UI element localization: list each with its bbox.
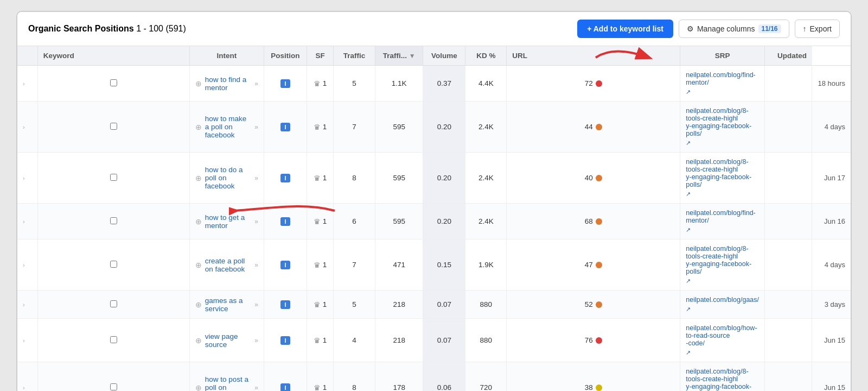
crown-icon: ♛ xyxy=(314,174,321,182)
add-to-keyword-list-button[interactable]: + Add to keyword list xyxy=(577,20,673,38)
th-sf: SF xyxy=(307,46,333,66)
kd-dot xyxy=(596,301,602,308)
row-checkbox[interactable] xyxy=(110,174,117,181)
expand-arrow[interactable]: › xyxy=(17,239,37,291)
kd-cell: 47 xyxy=(507,239,680,291)
external-link-icon[interactable]: ↗ xyxy=(686,140,691,147)
keyword-link[interactable]: games as a service xyxy=(205,297,252,313)
keyword-arrows: » xyxy=(254,301,258,308)
external-link-icon[interactable]: ↗ xyxy=(686,278,691,285)
url-link[interactable]: neilpatel.com/blog/8-tools-create-highly… xyxy=(686,368,759,391)
position-cell: ♛ 1 xyxy=(307,319,333,362)
crown-icon: ♛ xyxy=(314,261,321,269)
url-link[interactable]: neilpatel.com/blog/8-tools-create-highly… xyxy=(686,245,759,275)
srp-cell xyxy=(765,239,812,291)
url-link[interactable]: neilpatel.com/blog/how-to-read-source-co… xyxy=(686,324,759,347)
url-link[interactable]: neilpatel.com/blog/8-tools-create-highly… xyxy=(686,107,759,137)
export-button[interactable]: ↑ Export xyxy=(795,20,840,38)
url-link[interactable]: neilpatel.com/blog/find-mentor/ xyxy=(686,209,759,224)
expand-arrow[interactable]: › xyxy=(17,153,37,204)
volume-cell: 1.9K xyxy=(465,239,507,291)
row-checkbox[interactable] xyxy=(110,79,117,86)
kd-dot xyxy=(596,384,602,391)
filter-icon[interactable]: ▼ xyxy=(409,52,416,60)
srp-cell xyxy=(765,362,812,392)
keyword-link[interactable]: create a poll on facebook xyxy=(205,257,252,273)
expand-arrow[interactable]: › xyxy=(17,66,37,102)
url-link[interactable]: neilpatel.com/blog/find-mentor/ xyxy=(686,71,759,86)
row-checkbox-cell xyxy=(37,319,189,362)
keyword-arrows: » xyxy=(254,123,258,131)
row-checkbox[interactable] xyxy=(110,123,117,130)
th-updated: Updated xyxy=(765,46,812,66)
srp-cell xyxy=(765,66,812,102)
intent-badge: I xyxy=(280,300,290,309)
title-text: Organic Search Positions xyxy=(28,24,134,33)
url-link[interactable]: neilpatel.com/blog/8-tools-create-highly… xyxy=(686,158,759,188)
position-cell: ♛ 1 xyxy=(307,66,333,102)
intent-cell: I xyxy=(264,204,307,239)
expand-arrow[interactable]: › xyxy=(17,319,37,362)
keyword-link[interactable]: how to post a poll on facebook xyxy=(205,375,252,391)
intent-badge: I xyxy=(280,123,290,131)
updated-cell: 4 days xyxy=(812,239,851,291)
crown-icon: ♛ xyxy=(314,383,321,392)
keyword-plus-icon: ⊕ xyxy=(195,300,202,309)
keyword-link[interactable]: how to do a poll on facebook xyxy=(205,166,252,190)
traffic-cell: 595 xyxy=(375,102,423,153)
srp-cell xyxy=(765,291,812,319)
traffic-cell: 178 xyxy=(375,362,423,392)
external-link-icon[interactable]: ↗ xyxy=(686,89,691,96)
intent-cell: I xyxy=(264,66,307,102)
kd-cell: 72 xyxy=(507,66,680,102)
keyword-cell: ⊕ how to do a poll on facebook » xyxy=(189,153,264,204)
row-checkbox-cell xyxy=(37,204,189,239)
keyword-plus-icon: ⊕ xyxy=(195,217,202,226)
row-checkbox[interactable] xyxy=(110,217,117,224)
intent-badge: I xyxy=(280,174,290,182)
keyword-plus-icon: ⊕ xyxy=(195,336,202,345)
row-checkbox[interactable] xyxy=(110,300,117,307)
intent-cell: I xyxy=(264,291,307,319)
row-checkbox[interactable] xyxy=(110,383,117,390)
external-link-icon[interactable]: ↗ xyxy=(686,306,691,313)
sf-cell: 6 xyxy=(334,204,375,239)
row-checkbox[interactable] xyxy=(110,336,117,343)
external-link-icon[interactable]: ↗ xyxy=(686,191,691,198)
keyword-link[interactable]: how to make a poll on facebook xyxy=(205,115,252,139)
expand-arrow[interactable]: › xyxy=(17,362,37,392)
crown-icon: ♛ xyxy=(314,300,321,309)
srp-cell xyxy=(765,319,812,362)
traffic-cell: 595 xyxy=(375,153,423,204)
keyword-plus-icon: ⊕ xyxy=(195,261,202,269)
expand-arrow[interactable]: › xyxy=(17,102,37,153)
kd-dot xyxy=(596,262,602,268)
external-link-icon[interactable]: ↗ xyxy=(686,226,691,234)
url-cell: neilpatel.com/blog/find-mentor/ ↗ xyxy=(680,66,765,102)
intent-badge: I xyxy=(280,336,290,345)
keyword-link[interactable]: how to get a mentor xyxy=(205,213,252,230)
traffic-pct-cell: 0.15 xyxy=(423,239,465,291)
expand-arrow[interactable]: › xyxy=(17,204,37,239)
title-range: 1 - 100 (591) xyxy=(136,24,186,33)
row-checkbox[interactable] xyxy=(110,261,117,268)
updated-cell: Jun 15 xyxy=(812,319,851,362)
traffic-cell: 595 xyxy=(375,204,423,239)
th-url: URL xyxy=(507,46,680,66)
table-row: › ⊕ how to post a poll on facebook » I ♛… xyxy=(17,362,851,392)
keyword-link[interactable]: view page source xyxy=(205,332,252,349)
expand-arrow[interactable]: › xyxy=(17,291,37,319)
page-header: Organic Search Positions 1 - 100 (591) +… xyxy=(17,12,851,46)
external-link-icon[interactable]: ↗ xyxy=(686,349,691,356)
keyword-link[interactable]: how to find a mentor xyxy=(205,75,252,92)
keyword-plus-icon: ⊕ xyxy=(195,79,202,88)
table-row: › ⊕ how to find a mentor » I ♛ 1 5 1.1K … xyxy=(17,66,851,102)
manage-columns-button[interactable]: ⚙ Manage columns 11/16 xyxy=(679,20,789,38)
data-table: Keyword Intent Position SF Traffic Traff… xyxy=(17,46,851,391)
url-link[interactable]: neilpatel.com/blog/gaas/ xyxy=(686,296,759,304)
volume-cell: 720 xyxy=(465,362,507,392)
keyword-arrows: » xyxy=(254,261,258,269)
sf-cell: 7 xyxy=(334,102,375,153)
th-kd: KD % xyxy=(465,46,507,66)
traffic-cell: 1.1K xyxy=(375,66,423,102)
